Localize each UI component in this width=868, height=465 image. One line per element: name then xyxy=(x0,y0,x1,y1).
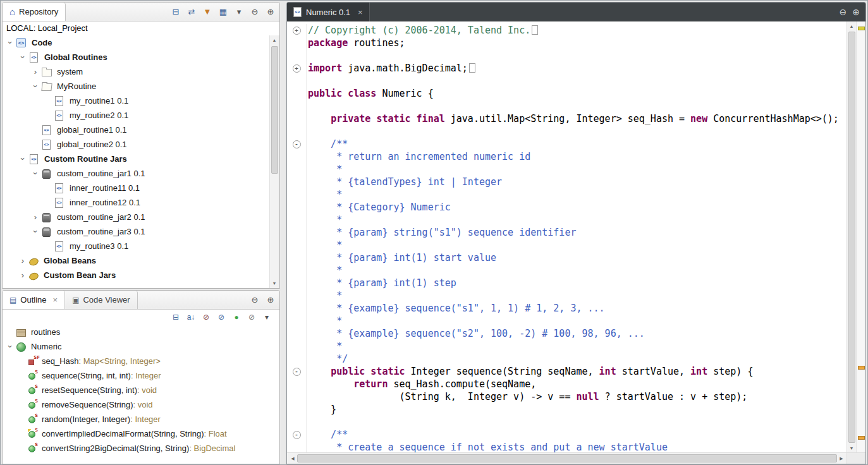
hide-fields-icon[interactable]: ⊘ xyxy=(201,312,211,322)
collapse-all-icon[interactable]: ⊟ xyxy=(171,7,181,17)
tree-item[interactable]: global_routine1 0.1 xyxy=(3,123,270,137)
tree-item[interactable]: ›custom_routine_jar3 0.1 xyxy=(3,224,270,239)
code-line[interactable]: * xyxy=(287,264,847,277)
editor-vertical-scrollbar[interactable]: ▲ ▼ xyxy=(847,21,857,453)
expand-arrow-icon[interactable]: › xyxy=(30,212,40,222)
code-line[interactable]: */ xyxy=(287,353,847,365)
scrollbar-thumb[interactable] xyxy=(848,32,855,443)
hide-local-types-icon[interactable]: ⊘ xyxy=(247,312,257,322)
close-icon[interactable]: × xyxy=(53,295,58,305)
code-line[interactable]: * xyxy=(287,163,847,176)
code-line[interactable]: (String k, Integer v) -> v == null ? sta… xyxy=(287,390,847,403)
code-line[interactable]: +import java.math.BigDecimal; xyxy=(287,62,847,75)
tree-item[interactable]: my_routine2 0.1 xyxy=(3,108,270,123)
code-line[interactable]: * xyxy=(287,340,847,353)
tab-code-viewer[interactable]: ▣ Code Viewer xyxy=(65,291,138,309)
code-line[interactable]: * xyxy=(287,214,847,226)
view-menu-icon[interactable]: ▾ xyxy=(262,312,272,322)
repository-vertical-scrollbar[interactable]: ▲ ▼ xyxy=(269,35,279,288)
tree-item[interactable]: ›custom_routine_jar1 0.1 xyxy=(3,166,270,181)
tree-item[interactable]: ›custom_routine_jar2 0.1 xyxy=(3,210,270,224)
hide-static-members-icon[interactable]: ⊘ xyxy=(216,312,226,322)
code-line[interactable]: * xyxy=(287,315,847,327)
code-line[interactable]: * xyxy=(287,239,847,251)
tree-item[interactable]: convertImpliedDecimalFormat(String, Stri… xyxy=(3,426,279,441)
scroll-right-icon[interactable]: ▶ xyxy=(837,454,846,463)
minimize-icon[interactable]: ⊖ xyxy=(840,7,847,17)
expand-arrow-icon[interactable]: › xyxy=(18,256,28,265)
expand-arrow-icon[interactable]: › xyxy=(18,270,28,280)
collapse-arrow-icon[interactable]: › xyxy=(18,154,28,164)
link-with-editor-icon[interactable]: ⇄ xyxy=(186,7,197,17)
code-line[interactable] xyxy=(287,75,847,87)
scroll-up-icon[interactable]: ▲ xyxy=(270,35,279,45)
tree-item[interactable]: global_routine2 0.1 xyxy=(3,137,270,152)
tab-outline[interactable]: ▤ Outline × xyxy=(3,291,65,309)
tree-item[interactable]: ›Code xyxy=(3,35,270,50)
tree-item[interactable]: resetSequence(String, int) : void xyxy=(3,383,279,397)
code-line[interactable]: * {param} int(1) step xyxy=(287,277,847,289)
sort-icon[interactable]: a↓ xyxy=(186,312,196,322)
code-line[interactable]: - /** xyxy=(287,428,847,441)
code-line[interactable]: return seq_Hash.compute(seqName, xyxy=(287,378,847,390)
show-public-only-icon[interactable]: ● xyxy=(231,312,241,322)
code-line[interactable]: * return an incremented numeric id xyxy=(287,150,847,163)
code-line[interactable]: * {example} sequence("s2", 100, -2) # 10… xyxy=(287,327,847,340)
tree-item[interactable]: inner_routine11 0.1 xyxy=(3,181,270,195)
collapse-arrow-icon[interactable]: › xyxy=(18,52,28,63)
code-line[interactable]: * xyxy=(287,188,847,201)
code-line[interactable] xyxy=(287,100,847,112)
detail-view-icon[interactable]: ▦ xyxy=(218,7,228,17)
fold-collapse-icon[interactable]: - xyxy=(293,368,301,376)
collapse-arrow-icon[interactable]: › xyxy=(31,82,40,92)
tree-item[interactable]: removeSequence(String) : void xyxy=(3,397,279,412)
minimize-icon[interactable]: ⊖ xyxy=(250,295,260,305)
tree-item[interactable]: my_routine1 0.1 xyxy=(3,94,270,108)
repository-tab[interactable]: ⌂ Repository xyxy=(3,3,66,21)
scrollbar-thumb[interactable] xyxy=(271,46,278,174)
tree-item[interactable]: ›Numeric xyxy=(3,339,279,354)
tree-item[interactable]: ›system xyxy=(3,64,270,79)
tree-item[interactable]: routines xyxy=(3,325,279,339)
code-line[interactable]: - public static Integer sequence(String … xyxy=(287,365,847,378)
maximize-icon[interactable]: ⊕ xyxy=(266,295,276,305)
tree-item[interactable]: sequence(String, int, int) : Integer xyxy=(3,368,279,383)
tree-item[interactable]: ›MyRoutine xyxy=(3,79,270,94)
fold-collapse-icon[interactable]: - xyxy=(293,431,301,439)
scroll-down-icon[interactable]: ▼ xyxy=(270,279,279,288)
tree-item[interactable]: ›Custom Routine Jars xyxy=(3,152,270,166)
code-line[interactable]: +// Copyright (c) 2006-2014, Talend Inc. xyxy=(287,24,847,37)
code-line[interactable]: * {example} sequence("s1", 1, 1) # 1, 2,… xyxy=(287,302,847,315)
code-line[interactable]: * create a sequence if not exists and pu… xyxy=(287,441,847,453)
scroll-left-icon[interactable]: ◀ xyxy=(288,454,297,463)
scrollbar-thumb[interactable] xyxy=(297,454,837,462)
expand-arrow-icon[interactable]: › xyxy=(30,67,40,76)
maximize-icon[interactable]: ⊕ xyxy=(266,7,276,17)
annotation-mark[interactable] xyxy=(858,366,865,370)
tree-item[interactable]: my_routine3 0.1 xyxy=(3,239,270,253)
code-editor[interactable]: +// Copyright (c) 2006-2014, Talend Inc.… xyxy=(287,21,847,453)
tree-item[interactable]: inner_routine12 0.1 xyxy=(3,195,270,210)
code-line[interactable] xyxy=(287,49,847,62)
code-line[interactable] xyxy=(287,125,847,138)
activate-filter-icon[interactable]: ▼ xyxy=(202,7,212,17)
view-menu-icon[interactable]: ▾ xyxy=(234,7,244,17)
annotation-mark[interactable] xyxy=(858,436,865,440)
code-line[interactable]: * {param} int(1) start value xyxy=(287,251,847,264)
code-line[interactable]: } xyxy=(287,403,847,416)
tree-item[interactable]: random(Integer, Integer) : Integer xyxy=(3,412,279,426)
collapse-all-icon[interactable]: ⊟ xyxy=(171,312,181,322)
tree-item[interactable]: ›Custom Bean Jars xyxy=(3,268,270,282)
scroll-down-icon[interactable]: ▼ xyxy=(847,444,856,453)
code-line[interactable]: * {talendTypes} int | Integer xyxy=(287,176,847,188)
code-line[interactable] xyxy=(287,416,847,428)
code-line[interactable]: public class Numeric { xyxy=(287,87,847,100)
code-line[interactable]: * {param} string("s1") sequence identifi… xyxy=(287,226,847,239)
code-line[interactable]: - /** xyxy=(287,138,847,150)
collapse-arrow-icon[interactable]: › xyxy=(6,38,15,48)
collapse-arrow-icon[interactable]: › xyxy=(6,342,15,352)
code-line[interactable]: * {Category} Numeric xyxy=(287,201,847,214)
tree-item[interactable]: seq_Hash : Map<String, Integer> xyxy=(3,354,279,368)
maximize-icon[interactable]: ⊕ xyxy=(852,7,860,17)
code-line[interactable]: * xyxy=(287,289,847,302)
